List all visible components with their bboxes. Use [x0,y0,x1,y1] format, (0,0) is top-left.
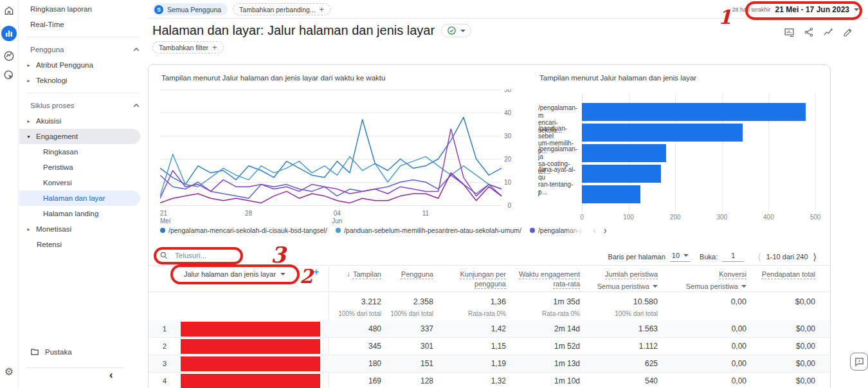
legend-next-icon[interactable]: › [604,226,607,235]
next-page-icon[interactable]: ⟩ [810,252,820,261]
bar-2[interactable] [582,124,743,142]
legend-item: /panduan-sebelum-memilih-pesantren-atau-… [336,226,521,234]
plus-icon: + [320,5,325,14]
sidebar-divider [26,93,140,93]
explore-icon[interactable] [3,50,15,62]
bar-1[interactable] [582,103,806,121]
feedback-button[interactable] [850,353,868,371]
rows-per-page-select[interactable]: 10 [670,252,691,262]
column-header-kunjungan-per-pengguna[interactable]: Kunjungan per pengguna [433,266,506,291]
sidebar-item-akuisisi[interactable]: ▸Akuisisi [19,113,148,129]
sidebar-item-ringkasan[interactable]: Ringkasan [19,144,148,160]
sidebar-item-real-time[interactable]: Real-Time [19,17,148,32]
bar-5[interactable] [582,185,640,203]
search-input[interactable] [174,251,244,260]
sidebar-item-label: Real-Time [30,21,64,28]
column-header-waktu-engagement-rata-rata[interactable]: Waktu engagement rata-rata [506,266,580,291]
totals-cell: $0,00 [746,291,815,320]
advertising-icon[interactable] [3,69,15,81]
audience-chip[interactable]: S Semua Pengguna [152,3,228,15]
svg-text:50: 50 [504,89,511,93]
column-filter-select[interactable]: Semua peristiwa [597,282,658,290]
line-series-pengalaman-jasa-coating-tef [160,175,502,198]
metric-cell: $0,00 [746,376,815,385]
sidebar-item-engagement[interactable]: ▾Engagement [19,129,140,144]
customize-report-icon[interactable] [784,27,795,38]
bar-chart: 0100200300400500/pengalaman-mencari-seko… [538,94,824,226]
dimension-selector[interactable]: Jalur halaman dan jenis layar [184,270,285,278]
chevron-expanded-icon: ▾ [26,134,32,140]
redaction-overlay [181,374,320,388]
metric-cell: 2m 14d [506,324,580,333]
add-comparison-label: Tambahkan perbanding... [239,6,316,14]
dimension-cell[interactable] [181,320,329,337]
line-chart: 0102030405021Mei2804Jun11 [160,89,511,228]
add-comparison-chip[interactable]: Tambahkan perbanding... + [233,3,330,15]
sidebar-item-label: Atribut Pengguna [36,61,93,69]
home-icon[interactable] [4,5,15,16]
column-header-konversi[interactable]: KonversiSemua peristiwa [658,266,746,291]
sidebar-item-teknologi[interactable]: ▸Teknologi [19,73,148,88]
bar-axis-tick: 100 [623,214,634,221]
date-range-picker[interactable]: 28 hari terakhir 21 Mei - 17 Jun 2023 [732,5,859,14]
totals-value: 2.358 [413,297,433,306]
dimension-cell[interactable] [181,373,329,388]
metric-cell: $0,00 [746,359,815,368]
sidebar-item-peristiwa[interactable]: Peristiwa [19,160,148,175]
dimension-cell[interactable] [181,338,329,355]
dimension-cell[interactable] [181,355,329,372]
column-header-tampilan[interactable]: ↓Tampilan [329,266,381,291]
sort-desc-icon: ↓ [347,270,350,277]
sidebar-item-siklus-proses[interactable]: Siklus proses [19,98,148,113]
report-status-pill[interactable] [441,24,471,37]
prev-page-icon[interactable]: ⟨ [754,252,764,261]
caret-down-icon [280,273,285,275]
sidebar-collapse-icon[interactable]: ‹ [109,369,113,380]
sidebar-item-atribut-pengguna[interactable]: ▸Atribut Pengguna [19,57,148,73]
bar-3[interactable] [582,144,666,162]
sidebar-item-monetisasi[interactable]: ▸Monetisasi [19,221,148,237]
column-header-label: Pendapatan total [762,270,815,279]
bar-4[interactable] [582,165,661,183]
share-icon[interactable] [804,27,814,38]
sidebar-item-konversi[interactable]: Konversi [19,175,148,190]
sidebar-item-halaman-landing[interactable]: Halaman landing [19,206,148,221]
totals-caption: 100% dari total [338,310,381,317]
sidebar-item-pustaka[interactable]: Pustaka [19,344,148,360]
column-header-pengguna[interactable]: Pengguna [381,266,433,291]
totals-value: 10.580 [633,297,658,306]
column-header-jumlah-peristiwa[interactable]: Jumlah peristiwaSemua peristiwa [580,266,658,291]
edit-pencil-icon[interactable] [843,27,853,38]
sidebar-item-halaman-dan-layar[interactable]: Halaman dan layar [19,190,140,206]
bar-axis-tick: 400 [763,214,774,221]
svg-text:21: 21 [160,210,168,217]
reports-icon[interactable] [1,26,17,41]
section-label: Siklus proses [30,102,74,109]
insights-icon[interactable] [823,27,834,38]
metric-cell: 1.112 [580,342,658,351]
table-totals-row: 3.212100% dari total2.358100% dari total… [329,291,830,320]
sidebar-item-ringkasan-laporan[interactable]: Ringkasan laporan [19,1,148,17]
metric-cell: 1m 13d [506,359,580,368]
redaction-overlay [181,322,320,337]
goto-page-input[interactable]: 1 [722,252,744,262]
reports-active-badge [1,26,17,41]
legend-prev-icon[interactable]: ‹ [593,226,596,235]
column-header-top: Pengguna [401,270,433,279]
add-dimension-icon[interactable]: + [313,266,319,278]
legend-item: /pengalaman-mencari-sekolah-di-cisauk-bs… [160,226,327,234]
bar-axis-tick: 200 [670,214,681,221]
totals-value: 1m 35d [553,297,580,306]
sidebar-item-pengguna[interactable]: Pengguna [19,42,148,57]
sidebar-item-label: Monetisasi [36,225,71,233]
column-filter-select[interactable]: Semua peristiwa [686,282,746,290]
settings-gear-icon[interactable]: ⚙ [5,367,14,377]
svg-text:30: 30 [504,133,511,140]
add-filter-chip[interactable]: Tambahkan filter + [152,41,224,53]
metric-cell: 0,00 [658,342,746,351]
chevron-up-icon [133,104,140,107]
legend-label: /pengalaman-mencari-sekolah-di-cisauk-bs… [168,226,327,234]
goto-page-label: Buka: [700,253,718,261]
sidebar-item-retensi[interactable]: Retensi [19,237,148,252]
column-header-pendapatan-total[interactable]: Pendapatan total [746,266,815,291]
